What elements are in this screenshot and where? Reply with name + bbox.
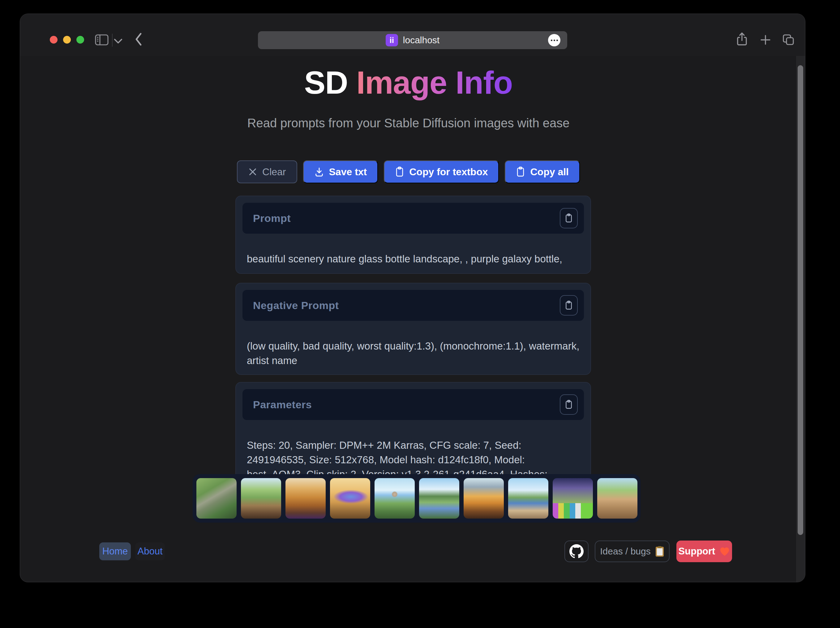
- page-more-icon[interactable]: [548, 34, 561, 46]
- url-text: localhost: [403, 35, 439, 46]
- github-icon: [569, 544, 584, 559]
- clipboard-emoji-icon: [655, 546, 664, 557]
- support-label: Support: [679, 546, 715, 557]
- traffic-light-zoom[interactable]: [76, 36, 84, 44]
- thumbnail-balcony-meadow-bottles[interactable]: [241, 478, 281, 519]
- thumbnail-sunset-galaxy-bottle[interactable]: [330, 478, 370, 519]
- parameters-card: Parameters Steps: 20, Sampler: DPM++ 2M …: [235, 382, 591, 484]
- download-icon: [314, 167, 324, 177]
- page-title: SD Image Info: [20, 66, 797, 100]
- site-favicon: ii: [386, 34, 398, 46]
- address-bar[interactable]: ii localhost: [258, 31, 567, 49]
- ideas-bugs-label: Ideas / bugs: [600, 546, 651, 557]
- parameters-copy-button[interactable]: [560, 394, 578, 415]
- support-button[interactable]: Support: [676, 541, 732, 562]
- thumbnail-window-amber-drinks[interactable]: [464, 478, 504, 519]
- title-sd: SD: [304, 65, 348, 101]
- thumbnail-amber-bottles-closeup[interactable]: [286, 478, 326, 519]
- ideas-bugs-button[interactable]: Ideas / bugs: [595, 541, 669, 562]
- thumbnail-strip: [193, 474, 641, 523]
- clipboard-icon: [516, 166, 525, 178]
- tab-overview-icon[interactable]: [782, 33, 795, 48]
- clipboard-icon: [565, 399, 573, 410]
- new-tab-icon[interactable]: [759, 34, 772, 47]
- toolbar-divider: [112, 34, 112, 47]
- chevron-down-icon[interactable]: [114, 38, 123, 46]
- clipboard-icon: [395, 166, 404, 178]
- browser-window: ii localhost: [20, 14, 805, 582]
- save-txt-label: Save txt: [329, 166, 367, 178]
- clear-label: Clear: [262, 166, 286, 178]
- negative-prompt-text: (low quality, bad quality, worst quality…: [243, 321, 584, 368]
- negative-prompt-card-title: Negative Prompt: [253, 299, 339, 312]
- negative-prompt-card-header: Negative Prompt: [243, 290, 584, 321]
- thumbnail-potion-bottles-meadow[interactable]: [553, 478, 593, 519]
- parameters-card-title: Parameters: [253, 399, 312, 411]
- traffic-light-minimize[interactable]: [63, 36, 71, 44]
- thumbnail-green-valley-stream[interactable]: [196, 478, 237, 519]
- page-subtitle: Read prompts from your Stable Diffusion …: [20, 116, 797, 130]
- clear-button[interactable]: Clear: [237, 161, 297, 183]
- github-button[interactable]: [564, 541, 589, 562]
- nav-home-link[interactable]: Home: [99, 542, 131, 560]
- screenshot-root: ii localhost: [0, 0, 840, 628]
- title-image-info: Image Info: [356, 65, 513, 101]
- share-icon[interactable]: [736, 32, 748, 48]
- negative-prompt-card: Negative Prompt (low quality, bad qualit…: [235, 283, 591, 375]
- parameters-card-header: Parameters: [243, 389, 584, 420]
- traffic-light-close[interactable]: [50, 36, 57, 44]
- prompt-card: Prompt beautiful scenery nature glass bo…: [235, 196, 591, 274]
- thumbnail-porch-green-valley[interactable]: [597, 478, 638, 519]
- x-icon: [248, 167, 257, 176]
- nav-about-link[interactable]: About: [135, 542, 165, 560]
- copy-for-textbox-button[interactable]: Copy for textbox: [384, 161, 499, 183]
- prompt-card-header: Prompt: [243, 203, 584, 234]
- save-txt-button[interactable]: Save txt: [303, 161, 378, 183]
- thumbnail-castle-on-hill[interactable]: [374, 478, 415, 519]
- thumbnail-fjord-river-valley[interactable]: [419, 478, 459, 519]
- thumbnail-coast-cliff-path[interactable]: [508, 478, 548, 519]
- prompt-copy-button[interactable]: [560, 208, 578, 228]
- sidebar-toggle-icon[interactable]: [94, 33, 109, 48]
- clipboard-icon: [565, 213, 573, 223]
- heart-icon: [719, 546, 730, 556]
- clipboard-icon: [565, 300, 573, 311]
- copy-all-button[interactable]: Copy all: [505, 161, 579, 183]
- prompt-text: beautiful scenery nature glass bottle la…: [243, 234, 584, 266]
- negative-prompt-copy-button[interactable]: [560, 295, 578, 316]
- back-icon[interactable]: [133, 31, 144, 49]
- action-buttons-row: Clear Save txt Copy for textbox Copy all: [20, 161, 797, 183]
- prompt-card-title: Prompt: [253, 212, 291, 224]
- scrollbar-track[interactable]: [796, 56, 805, 582]
- scrollbar-thumb[interactable]: [797, 65, 803, 535]
- browser-toolbar: ii localhost: [20, 14, 805, 56]
- copy-for-textbox-label: Copy for textbox: [409, 166, 488, 178]
- copy-all-label: Copy all: [530, 166, 568, 178]
